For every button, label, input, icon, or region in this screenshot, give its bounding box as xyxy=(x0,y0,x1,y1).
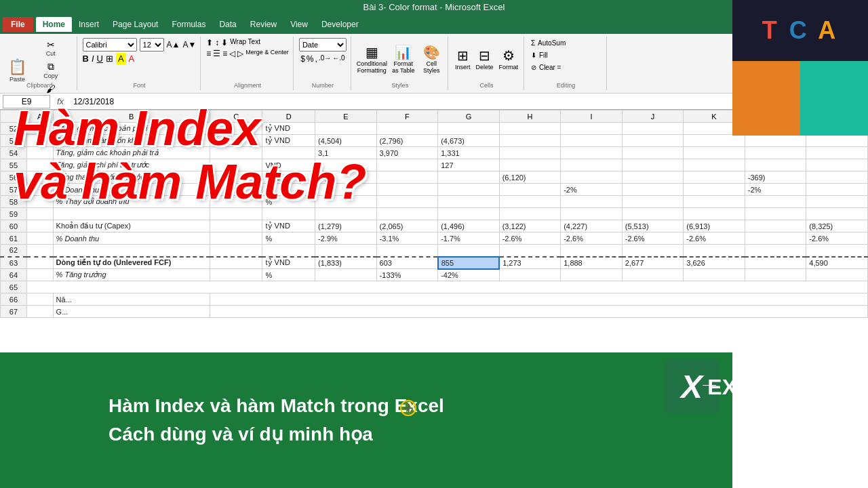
move-cursor-icon: ✛ xyxy=(404,402,413,415)
delete-cells-button[interactable]: ⊟ Delete xyxy=(474,46,494,72)
copy-icon: ⧉ xyxy=(47,61,54,73)
font-size-select[interactable]: 12 xyxy=(140,38,164,52)
table-row: 66 Nă... xyxy=(1,293,868,306)
bold-button[interactable]: B xyxy=(83,54,89,64)
font-label: Font xyxy=(133,82,145,89)
editing-group: Σ AutoSum ⬇ Fill ⊘ Clear = Editing xyxy=(526,37,607,90)
tab-insert[interactable]: Insert xyxy=(72,17,106,32)
tab-formulas[interactable]: Formulas xyxy=(165,17,212,32)
border-button[interactable]: ⊞ xyxy=(106,54,113,64)
align-bottom-button[interactable]: ⬇ xyxy=(221,38,228,47)
percent-button[interactable]: % xyxy=(307,54,314,64)
tab-review[interactable]: Review xyxy=(243,17,283,32)
table-icon: 📊 xyxy=(395,44,412,60)
font-group: Calibri 12 A▲ A▼ B I U ⊞ A A Font xyxy=(79,37,201,90)
excel-label: EXCEL xyxy=(707,375,780,400)
tab-developer[interactable]: Developer xyxy=(315,17,366,32)
tca-a-letter: A xyxy=(818,16,838,44)
tca-teal-block xyxy=(800,61,868,136)
tca-dark-section: T C A xyxy=(732,0,868,61)
wrap-text-button[interactable]: Wrap Text xyxy=(230,38,260,47)
merge-center-button[interactable]: Merge & Center xyxy=(245,49,289,58)
copy-button[interactable]: ⧉Copy xyxy=(29,60,73,81)
editing-label: Editing xyxy=(557,82,576,89)
align-right-button[interactable]: ≡ xyxy=(222,49,227,58)
table-row: 65 xyxy=(1,281,868,293)
tca-orange-block xyxy=(732,61,800,136)
conditional-formatting-button[interactable]: ▦ Conditional Formatting xyxy=(357,43,387,75)
bottom-line1: Hàm Index và hàm Match trong Excel xyxy=(108,392,444,420)
fill-color-button[interactable]: A xyxy=(116,53,126,64)
excel-x-icon: X xyxy=(681,368,703,405)
paste-button[interactable]: 📋 Paste xyxy=(7,57,28,84)
tab-home[interactable]: Home xyxy=(36,17,72,32)
table-row: 64 % Tăng trưởng % -133% -42% xyxy=(1,269,868,281)
number-group: Date $ % , .0→ ←.0 Number xyxy=(295,37,351,90)
clipboard-label: Clipboard xyxy=(26,82,53,89)
comma-button[interactable]: , xyxy=(315,54,317,64)
window-title: Bài 3- Color format - Microsoft Excel xyxy=(363,2,505,12)
align-top-button[interactable]: ⬆ xyxy=(206,38,213,47)
paste-icon: 📋 xyxy=(8,58,26,76)
table-row: 60 Khoản đầu tư (Capex) tỷ VND (1,279) (… xyxy=(1,220,868,232)
bottom-banner: Hàm Index và hàm Match trong Excel Cách … xyxy=(0,352,732,488)
table-row: 63 Dòng tiền tự do (Unlevered FCF) tỷ VN… xyxy=(1,257,868,269)
insert-icon: ⊞ xyxy=(457,47,469,64)
decrease-font-button[interactable]: A▼ xyxy=(182,40,196,49)
alignment-group: ⬆ ↕ ⬇ Wrap Text ≡ ☰ ≡ ◁ ▷ Merge & Center… xyxy=(202,37,294,90)
bottom-line2: Cách dùng và ví dụ minh họa xyxy=(108,420,444,449)
cell-styles-button[interactable]: 🎨 Cell Styles xyxy=(420,43,443,75)
title-line1: Hàm Index xyxy=(14,102,488,155)
table-row: 62 xyxy=(1,245,868,257)
format-as-table-button[interactable]: 📊 Format as Table xyxy=(390,43,417,75)
font-family-select[interactable]: Calibri xyxy=(83,38,137,52)
cut-button[interactable]: ✂Cut xyxy=(29,38,73,58)
tca-t-letter: T xyxy=(762,16,780,44)
increase-decimal-button[interactable]: .0→ xyxy=(319,54,331,64)
tab-page-layout[interactable]: Page Layout xyxy=(106,17,165,32)
autosum-icon: Σ xyxy=(531,39,535,47)
indent-decrease-button[interactable]: ◁ xyxy=(229,49,235,58)
insert-cells-button[interactable]: ⊞ Insert xyxy=(454,46,472,72)
conditional-icon: ▦ xyxy=(366,44,378,60)
title-line2: và hàm Match? xyxy=(14,155,488,209)
table-row: 61 % Doanh thu % -2.9% -3.1% -1.7% -2.6%… xyxy=(1,232,868,245)
col-header-j[interactable]: J xyxy=(622,110,684,123)
delete-icon: ⊟ xyxy=(479,47,490,64)
tab-data[interactable]: Data xyxy=(212,17,243,32)
cells-group: ⊞ Insert ⊟ Delete ⚙ Format Cells xyxy=(450,37,524,90)
italic-button[interactable]: I xyxy=(92,54,94,64)
font-color-button[interactable]: A xyxy=(129,54,135,64)
cut-icon: ✂ xyxy=(47,39,55,50)
main-title-overlay: Hàm Index và hàm Match? xyxy=(14,102,488,209)
clear-icon: ⊘ xyxy=(531,64,536,71)
table-row: 67 G... xyxy=(1,306,868,318)
tab-file[interactable]: File xyxy=(3,17,33,32)
align-center-button[interactable]: ☰ xyxy=(213,49,220,58)
fill-button[interactable]: ⬇ Fill xyxy=(530,50,549,60)
alignment-label: Alignment xyxy=(234,82,261,89)
align-left-button[interactable]: ≡ xyxy=(206,49,211,58)
number-format-select[interactable]: Date xyxy=(299,38,347,52)
clipboard-group: 📋 Paste ✂Cut ⧉Copy 🖌Format Painter Clipb… xyxy=(3,37,77,90)
underline-button[interactable]: U xyxy=(97,54,103,64)
styles-label: Styles xyxy=(392,82,409,89)
cursor-indicator: ✛ xyxy=(400,400,420,420)
fill-icon: ⬇ xyxy=(531,52,536,59)
tca-logo: T C A xyxy=(732,0,868,136)
increase-font-button[interactable]: A▲ xyxy=(167,40,180,49)
format-cells-button[interactable]: ⚙ Format xyxy=(497,46,519,72)
autosum-button[interactable]: Σ AutoSum xyxy=(530,38,567,48)
currency-button[interactable]: $ xyxy=(300,54,305,64)
decrease-decimal-button[interactable]: ←.0 xyxy=(332,54,344,64)
styles-group: ▦ Conditional Formatting 📊 Format as Tab… xyxy=(353,37,448,90)
bottom-banner-text: Hàm Index và hàm Match trong Excel Cách … xyxy=(108,392,444,449)
col-header-i[interactable]: I xyxy=(561,110,623,123)
col-header-h[interactable]: H xyxy=(499,110,561,123)
indent-increase-button[interactable]: ▷ xyxy=(237,49,243,58)
number-label: Number xyxy=(312,82,334,89)
tab-view[interactable]: View xyxy=(283,17,315,32)
align-middle-button[interactable]: ↕ xyxy=(215,38,219,47)
clear-button[interactable]: ⊘ Clear = xyxy=(530,62,563,73)
styles-icon: 🎨 xyxy=(423,44,440,60)
